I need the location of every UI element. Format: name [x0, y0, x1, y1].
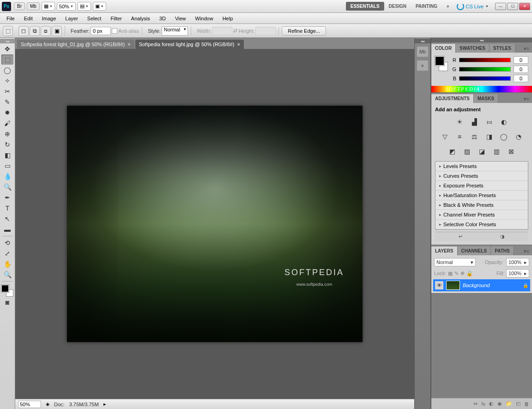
- group-icon[interactable]: 📁: [506, 401, 512, 407]
- fill-input[interactable]: 100%▸: [506, 269, 529, 277]
- zoom-dropdown[interactable]: 50% ▼: [57, 2, 76, 11]
- lock-transparent-icon[interactable]: ▦: [448, 271, 453, 277]
- tab-layers[interactable]: LAYERS: [431, 247, 458, 255]
- menu-window[interactable]: Window: [191, 14, 218, 23]
- blur-tool[interactable]: 💧: [1, 171, 13, 181]
- status-nav-icon[interactable]: ◈: [46, 401, 49, 407]
- maximize-icon[interactable]: ☐: [507, 3, 518, 10]
- screenmode-dropdown[interactable]: ▣▼: [93, 2, 106, 11]
- opacity-input[interactable]: 100%▸: [506, 258, 529, 266]
- crop-tool[interactable]: ✂: [1, 86, 13, 96]
- new-layer-icon[interactable]: ◰: [516, 401, 520, 407]
- preset-exposure[interactable]: Exposure Presets: [435, 181, 528, 191]
- brightness-icon[interactable]: ☀: [454, 117, 465, 127]
- exposure-icon[interactable]: ◐: [498, 117, 509, 127]
- fx-icon[interactable]: fx: [481, 401, 485, 407]
- r-slider[interactable]: [459, 58, 511, 62]
- lock-position-icon[interactable]: ✥: [460, 271, 465, 277]
- layer-list[interactable]: 👁 Background 🔒: [433, 279, 530, 291]
- select-subtract-icon[interactable]: ⧈: [41, 26, 51, 36]
- menu-file[interactable]: File: [2, 14, 19, 23]
- quickmask-tool[interactable]: ◙: [1, 297, 13, 307]
- minibridge-button[interactable]: Mb: [27, 2, 40, 10]
- menu-layer[interactable]: Layer: [60, 14, 83, 23]
- color-swatches[interactable]: [435, 56, 448, 71]
- hand-tool[interactable]: ✋: [1, 259, 13, 269]
- threshold-icon[interactable]: ◪: [476, 146, 487, 156]
- tab-adjustments[interactable]: ADJUSTMENTS: [431, 94, 474, 103]
- selective-color-icon[interactable]: ⊠: [506, 146, 517, 156]
- gradient-map-icon[interactable]: ▥: [491, 146, 502, 156]
- marquee-tool[interactable]: ⬚: [1, 54, 13, 65]
- workspace-painting[interactable]: PAINTING: [411, 2, 442, 11]
- close-icon[interactable]: ✕: [519, 3, 530, 10]
- g-input[interactable]: [514, 66, 528, 73]
- panel-menu-icon[interactable]: ▾≡: [521, 45, 532, 53]
- refine-edge-button[interactable]: Refine Edge...: [282, 26, 326, 36]
- preset-bw[interactable]: Black & White Presets: [435, 200, 528, 210]
- pen-tool[interactable]: ✒: [1, 192, 13, 203]
- tab-paths[interactable]: PATHS: [491, 247, 514, 255]
- style-select[interactable]: Normal: [162, 26, 188, 36]
- type-tool[interactable]: T: [1, 203, 13, 213]
- status-menu[interactable]: ▸: [103, 401, 106, 407]
- hue-ramp[interactable]: [431, 86, 532, 92]
- camera-tool[interactable]: ⤢: [1, 248, 13, 259]
- panels-collapse[interactable]: ◂◂: [431, 38, 532, 42]
- dodge-tool[interactable]: 🔍: [1, 182, 13, 192]
- b-slider[interactable]: [459, 76, 511, 81]
- menu-edit[interactable]: Edit: [19, 14, 37, 23]
- invert-icon[interactable]: ◩: [447, 146, 458, 156]
- tab-color[interactable]: COLOR: [431, 44, 456, 53]
- view-extras-dropdown[interactable]: ▦▼: [42, 2, 55, 11]
- workspace-design[interactable]: DESIGN: [384, 2, 411, 11]
- workspace-more[interactable]: »: [442, 2, 454, 11]
- preset-selective[interactable]: Selective Color Presets: [435, 220, 528, 229]
- blend-mode-select[interactable]: Normal▾: [434, 258, 476, 266]
- layer-row[interactable]: 👁 Background 🔒: [433, 279, 530, 291]
- lock-paint-icon[interactable]: ✎: [454, 271, 459, 277]
- panel-menu-icon[interactable]: ▾≡: [521, 95, 532, 103]
- mask-icon[interactable]: ◐: [489, 401, 494, 407]
- docs-dropdown[interactable]: ▤▼: [78, 2, 91, 11]
- hue-icon[interactable]: ≡: [454, 132, 465, 142]
- lasso-tool[interactable]: ◯: [1, 65, 13, 75]
- tab-styles[interactable]: STYLES: [490, 44, 515, 53]
- menu-3d[interactable]: 3D: [155, 14, 170, 23]
- curves-icon[interactable]: ⧦: [484, 117, 495, 127]
- fill-layer-icon[interactable]: ◉: [497, 401, 502, 407]
- preset-levels[interactable]: Levels Presets: [435, 162, 528, 171]
- menu-select[interactable]: Select: [83, 14, 106, 23]
- adj-clip-icon[interactable]: ◑: [500, 234, 505, 240]
- preset-list[interactable]: Levels Presets Curves Presets Exposure P…: [435, 161, 528, 230]
- tab-close-icon[interactable]: ×: [127, 42, 130, 47]
- toolbox-collapse[interactable]: ◂◂: [0, 39, 15, 43]
- select-intersect-icon[interactable]: ▣: [52, 26, 62, 36]
- 3d-tool[interactable]: ⟲: [1, 238, 13, 248]
- select-add-icon[interactable]: ⧉: [30, 26, 40, 36]
- brush-tool[interactable]: 🖌: [1, 118, 13, 128]
- adj-return-icon[interactable]: ↵: [459, 234, 463, 240]
- layer-name[interactable]: Background: [463, 283, 520, 288]
- preset-curves[interactable]: Curves Presets: [435, 171, 528, 181]
- tab-swatches[interactable]: SWATCHES: [456, 44, 490, 53]
- channel-mixer-icon[interactable]: ◔: [513, 132, 524, 142]
- menu-analysis[interactable]: Analysis: [127, 14, 155, 23]
- magic-wand-tool[interactable]: ✧: [1, 76, 13, 86]
- trash-icon[interactable]: 🗑: [524, 401, 529, 407]
- color-balance-icon[interactable]: ⚖: [469, 132, 480, 142]
- menu-view[interactable]: View: [170, 14, 191, 23]
- move-tool[interactable]: ✥: [1, 44, 13, 54]
- swatch-area[interactable]: [1, 285, 13, 297]
- foreground-swatch[interactable]: [1, 285, 9, 292]
- workspace-essentials[interactable]: ESSENTIALS: [346, 2, 384, 11]
- photo-filter-icon[interactable]: ◯: [498, 132, 509, 142]
- lock-all-icon[interactable]: 🔒: [466, 271, 473, 277]
- minibridge-panel-icon[interactable]: Mb: [417, 46, 429, 57]
- panel-menu-icon[interactable]: ▾≡: [521, 247, 532, 255]
- tab-0[interactable]: Softpedia forest light_01.jpg @ 50% (RGB…: [17, 40, 134, 49]
- visibility-icon[interactable]: 👁: [435, 281, 443, 289]
- eraser-tool[interactable]: ◧: [1, 150, 13, 160]
- strip-collapse[interactable]: ◂◂: [415, 39, 430, 43]
- b-input[interactable]: [514, 75, 528, 82]
